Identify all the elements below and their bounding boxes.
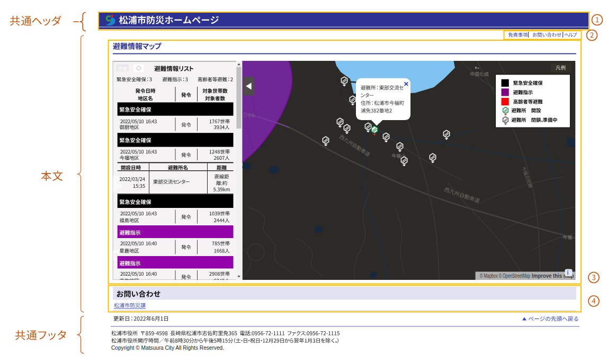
svg-text:© Mapbox © OpenStreetMap: © Mapbox © OpenStreetMap (480, 273, 530, 279)
svg-text:Copyright © Matsuura City All: Copyright © Matsuura City All Rights Res… (111, 344, 224, 351)
